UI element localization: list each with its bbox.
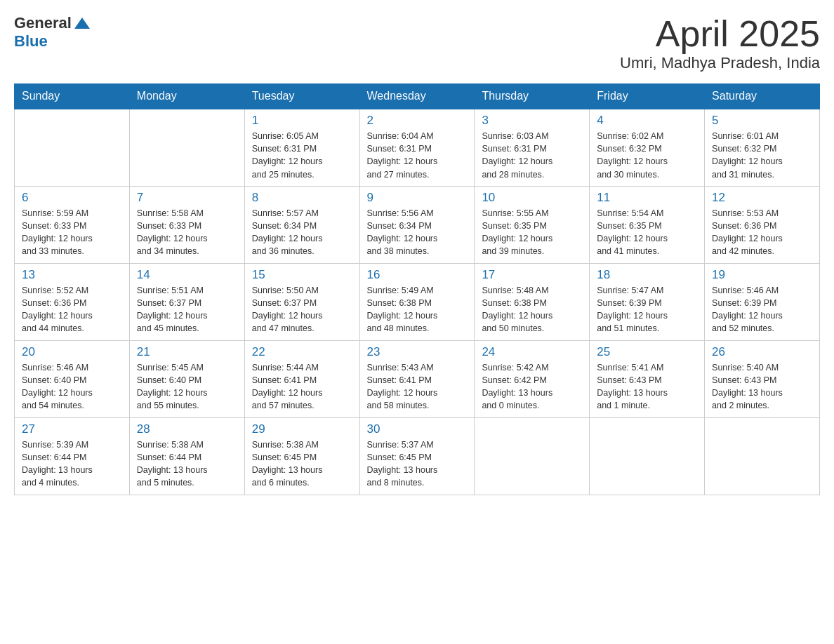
day-info: Sunrise: 5:38 AMSunset: 6:45 PMDaylight:…: [252, 438, 352, 490]
day-info: Sunrise: 6:02 AMSunset: 6:32 PMDaylight:…: [597, 130, 697, 181]
day-number: 18: [597, 268, 697, 282]
calendar-cell: 3Sunrise: 6:03 AMSunset: 6:31 PMDaylight…: [475, 109, 590, 186]
calendar-cell: 1Sunrise: 6:05 AMSunset: 6:31 PMDaylight…: [244, 109, 359, 186]
day-info: Sunrise: 5:59 AMSunset: 6:33 PMDaylight:…: [22, 207, 122, 258]
calendar-table: SundayMondayTuesdayWednesdayThursdayFrid…: [14, 83, 820, 495]
header-day-tuesday: Tuesday: [244, 84, 359, 109]
week-row-3: 13Sunrise: 5:52 AMSunset: 6:36 PMDayligh…: [15, 263, 820, 340]
day-info: Sunrise: 5:42 AMSunset: 6:42 PMDaylight:…: [482, 361, 582, 412]
calendar-cell: 30Sunrise: 5:37 AMSunset: 6:45 PMDayligh…: [359, 417, 475, 495]
day-number: 5: [712, 114, 812, 128]
title-block: April 2025 Umri, Madhya Pradesh, India: [620, 14, 820, 72]
calendar-cell: 18Sunrise: 5:47 AMSunset: 6:39 PMDayligh…: [590, 263, 705, 340]
header-day-wednesday: Wednesday: [359, 84, 475, 109]
logo-triangle-icon: [74, 16, 90, 30]
calendar-cell: 12Sunrise: 5:53 AMSunset: 6:36 PMDayligh…: [705, 186, 820, 263]
day-info: Sunrise: 5:53 AMSunset: 6:36 PMDaylight:…: [712, 207, 812, 258]
calendar-header-row: SundayMondayTuesdayWednesdayThursdayFrid…: [15, 84, 820, 109]
day-number: 4: [597, 114, 697, 128]
day-number: 28: [137, 422, 237, 436]
day-number: 8: [252, 191, 352, 205]
day-number: 19: [712, 268, 812, 282]
calendar-cell: 8Sunrise: 5:57 AMSunset: 6:34 PMDaylight…: [244, 186, 359, 263]
calendar-cell: 25Sunrise: 5:41 AMSunset: 6:43 PMDayligh…: [590, 340, 705, 417]
day-number: 13: [22, 268, 122, 282]
day-info: Sunrise: 5:39 AMSunset: 6:44 PMDaylight:…: [22, 438, 122, 490]
day-number: 30: [367, 422, 468, 436]
calendar-cell: 17Sunrise: 5:48 AMSunset: 6:38 PMDayligh…: [475, 263, 590, 340]
day-info: Sunrise: 5:47 AMSunset: 6:39 PMDaylight:…: [597, 284, 697, 335]
page-header: General Blue April 2025 Umri, Madhya Pra…: [14, 14, 820, 72]
day-number: 14: [137, 268, 237, 282]
calendar-cell: 10Sunrise: 5:55 AMSunset: 6:35 PMDayligh…: [475, 186, 590, 263]
day-number: 15: [252, 268, 352, 282]
calendar-cell: 21Sunrise: 5:45 AMSunset: 6:40 PMDayligh…: [129, 340, 244, 417]
day-info: Sunrise: 5:45 AMSunset: 6:40 PMDaylight:…: [137, 361, 237, 412]
day-number: 1: [252, 114, 352, 128]
calendar-cell: 19Sunrise: 5:46 AMSunset: 6:39 PMDayligh…: [705, 263, 820, 340]
day-number: 29: [252, 422, 352, 436]
day-number: 2: [367, 114, 468, 128]
calendar-subtitle: Umri, Madhya Pradesh, India: [620, 54, 820, 72]
day-number: 20: [22, 345, 122, 359]
day-number: 12: [712, 191, 812, 205]
day-number: 22: [252, 345, 352, 359]
calendar-title: April 2025: [620, 14, 820, 54]
week-row-1: 1Sunrise: 6:05 AMSunset: 6:31 PMDaylight…: [15, 109, 820, 186]
day-info: Sunrise: 5:41 AMSunset: 6:43 PMDaylight:…: [597, 361, 697, 412]
logo-general-text: General: [14, 14, 72, 32]
day-info: Sunrise: 5:51 AMSunset: 6:37 PMDaylight:…: [137, 284, 237, 335]
day-number: 27: [22, 422, 122, 436]
logo: General Blue: [14, 14, 90, 51]
day-number: 11: [597, 191, 697, 205]
day-info: Sunrise: 5:48 AMSunset: 6:38 PMDaylight:…: [482, 284, 582, 335]
day-number: 21: [137, 345, 237, 359]
day-number: 7: [137, 191, 237, 205]
calendar-cell: 14Sunrise: 5:51 AMSunset: 6:37 PMDayligh…: [129, 263, 244, 340]
calendar-cell: 2Sunrise: 6:04 AMSunset: 6:31 PMDaylight…: [359, 109, 475, 186]
day-info: Sunrise: 5:44 AMSunset: 6:41 PMDaylight:…: [252, 361, 352, 412]
calendar-cell: 5Sunrise: 6:01 AMSunset: 6:32 PMDaylight…: [705, 109, 820, 186]
calendar-cell: [590, 417, 705, 495]
calendar-cell: 11Sunrise: 5:54 AMSunset: 6:35 PMDayligh…: [590, 186, 705, 263]
day-number: 16: [367, 268, 468, 282]
header-day-saturday: Saturday: [705, 84, 820, 109]
calendar-cell: 7Sunrise: 5:58 AMSunset: 6:33 PMDaylight…: [129, 186, 244, 263]
calendar-cell: 27Sunrise: 5:39 AMSunset: 6:44 PMDayligh…: [15, 417, 130, 495]
header-day-thursday: Thursday: [475, 84, 590, 109]
calendar-cell: 4Sunrise: 6:02 AMSunset: 6:32 PMDaylight…: [590, 109, 705, 186]
day-number: 26: [712, 345, 812, 359]
day-info: Sunrise: 5:46 AMSunset: 6:40 PMDaylight:…: [22, 361, 122, 412]
day-info: Sunrise: 5:49 AMSunset: 6:38 PMDaylight:…: [367, 284, 468, 335]
calendar-cell: 29Sunrise: 5:38 AMSunset: 6:45 PMDayligh…: [244, 417, 359, 495]
calendar-cell: 28Sunrise: 5:38 AMSunset: 6:44 PMDayligh…: [129, 417, 244, 495]
day-number: 24: [482, 345, 582, 359]
logo-blue-text: Blue: [14, 32, 48, 51]
header-day-friday: Friday: [590, 84, 705, 109]
calendar-cell: 23Sunrise: 5:43 AMSunset: 6:41 PMDayligh…: [359, 340, 475, 417]
calendar-cell: [475, 417, 590, 495]
calendar-cell: 20Sunrise: 5:46 AMSunset: 6:40 PMDayligh…: [15, 340, 130, 417]
calendar-cell: 16Sunrise: 5:49 AMSunset: 6:38 PMDayligh…: [359, 263, 475, 340]
week-row-5: 27Sunrise: 5:39 AMSunset: 6:44 PMDayligh…: [15, 417, 820, 495]
day-number: 10: [482, 191, 582, 205]
day-info: Sunrise: 5:46 AMSunset: 6:39 PMDaylight:…: [712, 284, 812, 335]
calendar-cell: 22Sunrise: 5:44 AMSunset: 6:41 PMDayligh…: [244, 340, 359, 417]
calendar-cell: [705, 417, 820, 495]
day-number: 25: [597, 345, 697, 359]
day-info: Sunrise: 5:55 AMSunset: 6:35 PMDaylight:…: [482, 207, 582, 258]
calendar-cell: [15, 109, 130, 186]
header-day-monday: Monday: [129, 84, 244, 109]
day-info: Sunrise: 5:52 AMSunset: 6:36 PMDaylight:…: [22, 284, 122, 335]
day-info: Sunrise: 5:43 AMSunset: 6:41 PMDaylight:…: [367, 361, 468, 412]
day-info: Sunrise: 5:57 AMSunset: 6:34 PMDaylight:…: [252, 207, 352, 258]
header-day-sunday: Sunday: [15, 84, 130, 109]
day-info: Sunrise: 5:50 AMSunset: 6:37 PMDaylight:…: [252, 284, 352, 335]
day-number: 6: [22, 191, 122, 205]
calendar-cell: 26Sunrise: 5:40 AMSunset: 6:43 PMDayligh…: [705, 340, 820, 417]
calendar-cell: 15Sunrise: 5:50 AMSunset: 6:37 PMDayligh…: [244, 263, 359, 340]
day-number: 23: [367, 345, 468, 359]
day-info: Sunrise: 5:54 AMSunset: 6:35 PMDaylight:…: [597, 207, 697, 258]
day-info: Sunrise: 6:03 AMSunset: 6:31 PMDaylight:…: [482, 130, 582, 181]
svg-marker-0: [74, 18, 90, 29]
